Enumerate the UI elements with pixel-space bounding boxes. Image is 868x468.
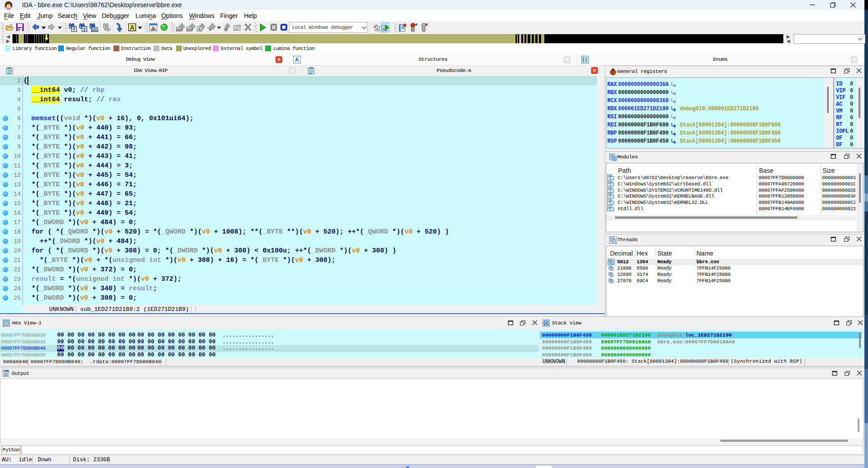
svg-text:DATA: DATA xyxy=(186,28,193,31)
svg-text:#: # xyxy=(73,27,76,32)
svg-text:!: ! xyxy=(153,27,154,31)
svg-text:'s: 's xyxy=(208,26,212,32)
svg-text:A: A xyxy=(295,57,299,63)
svg-text:T: T xyxy=(83,27,86,32)
svg-text:A: A xyxy=(198,27,201,32)
svg-text:101: 101 xyxy=(91,27,98,32)
svg-text:A: A xyxy=(130,24,134,31)
svg-text:CODE: CODE xyxy=(176,28,183,31)
svg-text:c: c xyxy=(376,27,379,31)
